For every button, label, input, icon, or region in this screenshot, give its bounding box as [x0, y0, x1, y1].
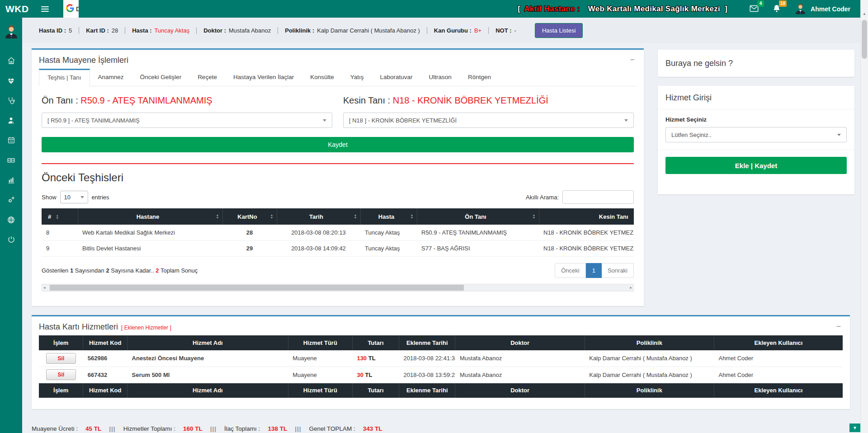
tab-recete[interactable]: Reçete	[189, 69, 225, 86]
services-collapse-button[interactable]: −	[833, 322, 844, 330]
sidebar-item-health[interactable]	[0, 71, 22, 90]
sidebar-item-examination[interactable]	[0, 90, 22, 110]
sidebar-item-web[interactable]	[0, 210, 22, 230]
sidebar-item-payments[interactable]	[0, 150, 22, 170]
placeholder-card: Buraya ne gelsin ?	[658, 50, 854, 77]
globe-icon	[7, 216, 15, 224]
previous-diagnoses-title: Önceki Teşhisleri	[42, 171, 634, 184]
table-row: 8 Web Kartalı Medikal Sağlık Merkezi 28 …	[42, 225, 634, 240]
sidebar-item-doctors[interactable]	[0, 110, 22, 130]
sidebar-profile-avatar[interactable]	[4, 24, 19, 41]
tab-teshis-tani[interactable]: Teşhis | Tanı	[39, 69, 90, 86]
final-diagnosis-heading: Kesin Tanı : N18 - KRONİK BÖBREK YETMEZL…	[343, 95, 634, 106]
svc-col-type: Hizmet Türü	[288, 335, 352, 350]
main-content: Hasta Muayene İşlemleri − Teşhis | Tanı …	[22, 43, 860, 433]
exam-collapse-button[interactable]: −	[627, 56, 637, 64]
col-kartno[interactable]: KartNo▲▼	[222, 208, 277, 225]
google-icon	[66, 4, 74, 14]
home-icon	[7, 56, 15, 65]
messages-button[interactable]: 4	[749, 4, 760, 14]
col-date[interactable]: Tarih▲▼	[277, 208, 360, 225]
patient-info-bar: Hasta ID :5 Kart ID :28 Hasta :Tuncay Ak…	[22, 18, 860, 43]
user-menu[interactable]: Ahmet Coder	[794, 3, 850, 15]
notifications-badge: 10	[779, 0, 787, 7]
exam-panel: Hasta Muayene İşlemleri − Teşhis | Tanı …	[32, 48, 644, 306]
services-panel-title: Hasta Kartı Hizmetleri	[39, 322, 118, 332]
kartno-link[interactable]: 28	[222, 225, 277, 240]
scroll-up-icon[interactable]: ▲	[861, 12, 868, 16]
totals-bar: Muayene Ücreti :45 TL ||| Hizmetler Topl…	[32, 425, 382, 432]
col-num[interactable]: #▲▼	[42, 208, 78, 225]
previous-diagnoses-table: #▲▼ Hastane▲▼ KartNo▲▼ Tarih▲▼ Hasta▲▼ Ö…	[42, 208, 634, 257]
col-patient[interactable]: Hasta▲▼	[360, 208, 417, 225]
calendar-icon	[7, 136, 15, 144]
stethoscope-icon	[7, 96, 15, 105]
delete-button[interactable]: Sil	[46, 369, 76, 380]
final-diagnosis-select[interactable]: [ N18 ] - KRONİK BÖBREK YETMEZLİĞİ	[343, 113, 634, 128]
save-button[interactable]: Kaydet	[42, 137, 634, 152]
tab-konsulte[interactable]: Konsülte	[302, 69, 342, 86]
tab-laboratuvar[interactable]: Laboratuvar	[372, 69, 421, 86]
pagination-next[interactable]: Sonraki	[602, 263, 634, 278]
tab-hastaya-verilen-ilaclar[interactable]: Hastaya Verilen İlaçlar	[225, 69, 302, 86]
col-pre-diagnosis[interactable]: Ön Tanı▲▼	[417, 208, 539, 225]
top-navbar: WKD D [Aktif Hastane :Web Kartalı Medika…	[0, 0, 860, 18]
service-entry-card: Hizmet Girişi Hizmet Seçiniz Lütfen Seçi…	[658, 86, 854, 194]
tab-onceki-gelisler[interactable]: Önceki Gelişler	[132, 69, 190, 86]
services-panel-subtitle: [ Eklenen Hizmetler ]	[121, 325, 171, 331]
active-hospital: [Aktif Hastane :Web Kartalı Medikal Sağl…	[518, 5, 727, 14]
sidebar-item-home[interactable]	[0, 51, 22, 71]
scroll-to-bottom-button[interactable]: ▼	[849, 424, 860, 432]
hamburger-menu-icon[interactable]	[35, 0, 55, 18]
add-save-button[interactable]: Ekle | Kaydet	[665, 157, 847, 174]
delete-button[interactable]: Sil	[46, 353, 76, 364]
table-info-text: Gösterilen 1 Sayısından 2 Sayısına Kadar…	[42, 267, 198, 274]
pagination-prev[interactable]: Önceki	[555, 263, 585, 278]
horizontal-scrollbar-thumb[interactable]	[50, 285, 464, 291]
tab-rontgen[interactable]: Röntgen	[460, 69, 499, 86]
patient-list-button[interactable]: Hasta Listesi	[535, 23, 583, 38]
notifications-button[interactable]: 10	[772, 4, 783, 14]
scroll-right-icon[interactable]: ▸	[630, 286, 632, 290]
chevron-down-icon: ▼	[853, 425, 857, 430]
blood-type-field: Kan Gurubu :B+	[427, 27, 488, 34]
tab-ultrason[interactable]: Ultrason	[421, 69, 460, 86]
google-link[interactable]: D	[63, 0, 79, 18]
hospital-link[interactable]: Bitlis Devlet Hastanesi	[78, 240, 222, 256]
power-icon	[7, 235, 15, 244]
sort-icon: ▲▼	[270, 214, 274, 219]
service-select-label: Hizmet Seçiniz	[665, 116, 847, 123]
col-final-diagnosis[interactable]: Kesin Tanı▲▼	[539, 208, 634, 225]
col-hospital[interactable]: Hastane▲▼	[78, 208, 222, 225]
service-select[interactable]: Lütfen Seçiniz..	[665, 127, 847, 142]
tab-anamnez[interactable]: Anamnez	[90, 69, 132, 86]
tab-yatis[interactable]: Yatış	[342, 69, 372, 86]
messages-badge: 4	[757, 0, 764, 7]
service-entry-title: Hizmet Girişi	[658, 86, 854, 109]
hospital-link[interactable]: Web Kartalı Medikal Sağlık Merkezi	[78, 225, 222, 240]
sidebar-item-calendar[interactable]	[0, 130, 22, 150]
money-icon	[7, 156, 15, 165]
page-size-select[interactable]: 10	[60, 191, 88, 203]
clinic-field: Poliklinik :Kalp Damar Cerrahi ( Mustafa…	[278, 27, 427, 34]
heartbeat-icon	[7, 76, 15, 85]
scroll-left-icon[interactable]: ◂	[43, 286, 46, 290]
svc-col-name: Hizmet Adı	[127, 335, 288, 350]
sidebar-item-reports[interactable]	[0, 170, 22, 190]
exam-panel-title: Hasta Muayene İşlemleri	[39, 56, 128, 65]
smart-search-input[interactable]	[562, 190, 634, 204]
sidebar-item-logout[interactable]	[0, 230, 22, 249]
kartno-link[interactable]: 29	[222, 240, 277, 256]
pre-diagnosis-select[interactable]: [ R50.9 ] - ATEŞ TANIMLANMAMIŞ	[42, 113, 332, 128]
pagination: Önceki 1 Sonraki	[555, 263, 634, 278]
pre-diagnosis-heading: Ön Tanı : R50.9 - ATEŞ TANIMLANMAMIŞ	[42, 95, 332, 106]
vertical-scrollbar[interactable]: ▲	[860, 0, 868, 433]
sidebar-item-settings[interactable]	[0, 190, 22, 210]
pagination-page-1[interactable]: 1	[586, 263, 602, 278]
vertical-scrollbar-thumb[interactable]	[862, 20, 867, 59]
google-chip-label: D	[76, 5, 79, 13]
placeholder-card-text: Buraya ne gelsin ?	[665, 59, 733, 68]
horizontal-scrollbar[interactable]: ◂ ▸	[42, 284, 634, 292]
bar-chart-icon	[7, 176, 15, 184]
svc-col-doctor: Doktor	[455, 335, 585, 350]
